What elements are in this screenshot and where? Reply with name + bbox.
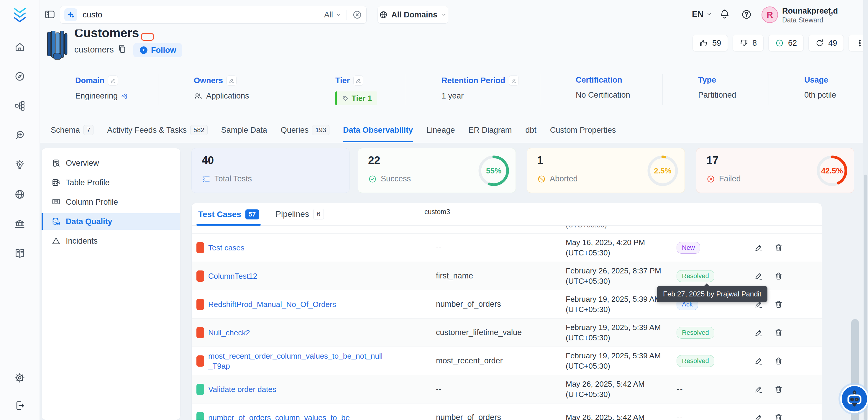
test-case-link[interactable]: Validate order dates	[208, 384, 385, 394]
last-run-timezone: (UTC+05:30)	[566, 361, 671, 371]
tab-data-observability[interactable]: Data Observability	[343, 123, 413, 142]
govern-bank-icon[interactable]	[14, 218, 25, 230]
copy-name-button[interactable]	[117, 44, 127, 54]
refresh-button[interactable]: 49	[808, 35, 844, 51]
edit-pencil-icon[interactable]	[754, 328, 763, 337]
clear-search-icon[interactable]	[352, 10, 362, 20]
explore-compass-icon[interactable]	[14, 71, 25, 82]
sidebar-item-column-profile[interactable]: Column Profile	[41, 194, 180, 210]
tier-badge[interactable]: Tier 1	[335, 91, 377, 105]
tab-queries[interactable]: Queries193	[281, 123, 330, 142]
edit-pencil-icon[interactable]	[754, 272, 763, 280]
delete-trash-icon[interactable]	[774, 243, 783, 252]
tab-label: dbt	[525, 126, 536, 135]
tab-custom-properties[interactable]: Custom Properties	[550, 123, 616, 142]
sidebar-item-incidents[interactable]: Incidents	[41, 233, 180, 249]
summary-card-value: 40	[202, 154, 214, 167]
score-button[interactable]: 62	[768, 35, 804, 51]
delete-trash-icon[interactable]	[774, 357, 783, 365]
observability-search-eye-icon[interactable]	[14, 130, 25, 141]
tab-activity-feeds-tasks[interactable]: Activity Feeds & Tasks582	[107, 123, 207, 142]
tab-schema[interactable]: Schema7	[51, 123, 93, 142]
edit-pencil-icon[interactable]	[353, 76, 363, 86]
data-quality-db-check-icon	[52, 217, 60, 226]
panel-tab-test-cases[interactable]: Test Cases57	[197, 209, 260, 225]
edit-pencil-icon[interactable]	[754, 413, 763, 420]
global-search: All	[60, 6, 367, 24]
downvote-button[interactable]: 8	[733, 35, 764, 51]
user-avatar[interactable]: R	[762, 6, 778, 23]
sidebar-toggle-icon[interactable]	[44, 9, 56, 20]
metadata-label[interactable]: Certification	[576, 76, 622, 85]
tab-dbt[interactable]: dbt	[525, 123, 536, 142]
sitemap-mini-icon[interactable]	[121, 93, 127, 99]
glossary-book-icon[interactable]	[14, 248, 25, 259]
status-indicator	[196, 270, 204, 282]
test-cases-table: (UTC+05:30) Test cases--May 16, 2025, 4:…	[192, 226, 822, 420]
page-scrollbar-thumb[interactable]	[864, 175, 867, 420]
all-domains-dropdown[interactable]: All Domains	[377, 6, 448, 24]
data-observability-sidebar: OverviewTable ProfileColumn ProfileData …	[41, 148, 181, 420]
test-case-link[interactable]: Test cases	[208, 243, 385, 253]
metadata-label[interactable]: Type	[698, 76, 716, 85]
status-indicator	[196, 412, 204, 420]
logout-icon[interactable]	[14, 400, 25, 411]
settings-gear-icon[interactable]	[14, 372, 25, 384]
edit-pencil-icon[interactable]	[754, 385, 763, 394]
chevron-down-icon[interactable]	[828, 12, 835, 19]
home-icon[interactable]	[14, 41, 25, 53]
domains-globe-icon[interactable]	[14, 189, 25, 200]
test-case-link[interactable]: ColumnTest12	[208, 271, 385, 281]
clipped-row-text: (UTC+05:30)	[566, 226, 607, 229]
follow-button[interactable]: Follow	[133, 43, 182, 57]
edit-pencil-icon[interactable]	[108, 76, 118, 86]
edit-pencil-icon[interactable]	[754, 357, 763, 365]
delete-trash-icon[interactable]	[774, 300, 783, 309]
test-case-row: Null_check2customer_lifetime_valueFebrua…	[192, 318, 822, 347]
tab-er-diagram[interactable]: ER Diagram	[468, 123, 512, 142]
app-logo[interactable]	[11, 6, 29, 24]
search-input[interactable]	[83, 10, 324, 20]
edit-pencil-icon[interactable]	[226, 76, 237, 86]
chat-bot-button[interactable]	[840, 385, 868, 413]
delete-trash-icon[interactable]	[774, 413, 783, 420]
help-icon[interactable]	[741, 9, 752, 20]
language-value: EN	[692, 9, 704, 19]
search-scope-dropdown[interactable]: All	[324, 10, 341, 20]
tab-lineage[interactable]: Lineage	[427, 123, 455, 142]
column-name-cell: --	[431, 385, 560, 394]
notifications-bell-icon[interactable]	[719, 9, 730, 20]
insights-lightbulb-icon[interactable]	[14, 159, 25, 171]
ai-sparkle-icon[interactable]	[64, 8, 77, 21]
tab-label: Schema	[51, 126, 80, 135]
column-name-cell: first_name	[431, 271, 560, 280]
metadata-label[interactable]: Retention Period	[441, 76, 505, 85]
language-dropdown[interactable]: EN	[692, 9, 712, 19]
test-case-row: Test cases--May 16, 2025, 4:20 PM(UTC+05…	[192, 233, 822, 262]
delete-trash-icon[interactable]	[774, 272, 783, 280]
metadata-label[interactable]: Usage	[804, 76, 828, 85]
sidebar-item-data-quality[interactable]: Data Quality	[41, 213, 180, 230]
donut-chart: 2.5%	[646, 154, 680, 188]
edit-pencil-icon[interactable]	[754, 243, 763, 252]
sidebar-item-table-profile[interactable]: Table Profile	[41, 174, 180, 191]
metadata-label[interactable]: Tier	[335, 76, 350, 85]
test-case-link[interactable]: RedshiftProd_Manual_No_Of_Orders	[208, 299, 385, 309]
delete-trash-icon[interactable]	[774, 385, 783, 394]
sidebar-item-overview[interactable]: Overview	[41, 155, 180, 171]
search-scope-value: All	[324, 10, 333, 20]
summary-card-value: 17	[706, 154, 718, 167]
metadata-label[interactable]: Domain	[75, 76, 104, 85]
test-case-link[interactable]: number_of_orders_column_values_to_be_	[208, 413, 385, 420]
test-case-link[interactable]: most_recent_order_column_values_to_be_no…	[208, 351, 385, 371]
panel-tab-pipelines[interactable]: Pipelines6	[274, 209, 325, 225]
sidebar-item-label: Data Quality	[66, 217, 112, 226]
test-case-link[interactable]: Null_check2	[208, 328, 385, 338]
upvote-button[interactable]: 59	[692, 35, 728, 51]
metadata-label[interactable]: Owners	[194, 76, 223, 85]
edit-pencil-icon[interactable]	[509, 76, 519, 86]
left-rail	[0, 0, 40, 420]
delete-trash-icon[interactable]	[774, 328, 783, 337]
platform-sitemap-icon[interactable]	[14, 100, 25, 112]
tab-sample-data[interactable]: Sample Data	[221, 123, 267, 142]
